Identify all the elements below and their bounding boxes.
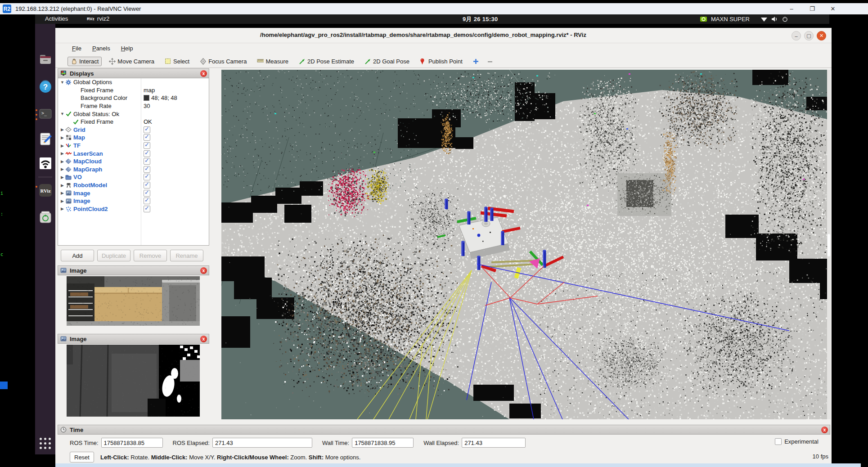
add-tool-button[interactable]	[472, 58, 479, 65]
expander-icon[interactable]: ▶	[60, 159, 65, 164]
enabled-checkbox[interactable]	[144, 182, 150, 189]
clock-icon	[60, 427, 67, 433]
row-value[interactable]: OK	[144, 118, 152, 125]
image-icon	[65, 190, 72, 196]
display-row-frame-rate[interactable]: Frame Rate30	[58, 102, 209, 110]
vnc-restore-button[interactable]: ❐	[802, 3, 823, 14]
time-panel-close-icon[interactable]: x	[821, 427, 828, 433]
display-row-tf[interactable]: ▶TF	[58, 142, 209, 150]
display-row-global-options[interactable]: ▼Global Options	[58, 78, 209, 86]
experimental-toggle[interactable]: Experimental	[775, 438, 819, 445]
dock-item-files[interactable]	[37, 52, 53, 67]
enabled-checkbox[interactable]	[144, 166, 150, 173]
image-panel-close-icon[interactable]: x	[200, 267, 207, 274]
display-row-background-color[interactable]: Background Color48; 48; 48	[58, 94, 209, 102]
menu-file[interactable]: File	[67, 43, 87, 54]
time-field-input-wall-time-[interactable]	[352, 438, 414, 448]
dock-item-text-editor[interactable]	[37, 131, 53, 147]
expander-icon[interactable]: ▶	[60, 127, 65, 132]
running-indicator-dot	[36, 118, 37, 120]
enabled-checkbox[interactable]	[144, 126, 150, 133]
display-row-robotmodel[interactable]: ▶RobotModel	[58, 181, 209, 189]
expander-icon[interactable]: ▼	[60, 80, 65, 85]
window-bottom-edge	[55, 463, 861, 467]
row-value[interactable]: 48; 48; 48	[144, 94, 177, 101]
rviz-minimize-button[interactable]: –	[792, 31, 801, 40]
3d-viewport[interactable]	[221, 70, 827, 419]
menu-panels[interactable]: Panels	[87, 43, 116, 54]
display-row-mapcloud[interactable]: ▶MapCloud	[58, 157, 209, 166]
time-fields: ROS Time:ROS Elapsed:Wall Time:Wall Elap…	[58, 435, 830, 451]
display-row-image[interactable]: ▶Image	[58, 189, 209, 197]
tool-publish-point[interactable]: Publish Point	[417, 57, 466, 66]
time-field-input-ros-time-[interactable]	[101, 438, 163, 448]
experimental-checkbox[interactable]	[775, 438, 782, 445]
dock-item-trash[interactable]	[37, 209, 53, 225]
rviz-maximize-button[interactable]: ▢	[804, 31, 814, 40]
reset-button[interactable]: Reset	[70, 452, 94, 463]
dock-item-help[interactable]: ?	[37, 79, 53, 94]
row-label: MapCloud	[73, 158, 102, 165]
dock-item-terminal[interactable]: >_	[37, 106, 53, 121]
display-row-map[interactable]: ▶Map	[58, 134, 209, 142]
tool-2d-pose-estimate[interactable]: 2D Pose Estimate	[296, 57, 357, 66]
expander-icon[interactable]: ▶	[60, 183, 65, 188]
tool-2d-goal-pose[interactable]: 2D Goal Pose	[361, 57, 413, 66]
menu-help[interactable]: Help	[116, 43, 139, 54]
display-row-mapgraph[interactable]: ▶MapGraph	[58, 166, 209, 174]
display-row-image[interactable]: ▶Image	[58, 197, 209, 205]
display-row-laserscan[interactable]: ▶LaserScan	[58, 149, 209, 157]
displays-close-icon[interactable]: x	[200, 70, 207, 77]
image-panel-close-icon[interactable]: x	[200, 336, 207, 342]
expander-icon[interactable]: ▶	[60, 144, 65, 148]
dock-item-wifi-analyzer[interactable]	[37, 155, 53, 171]
tool-select[interactable]: Select	[162, 57, 193, 66]
tool-measure[interactable]: Measure	[254, 57, 292, 66]
expander-icon[interactable]: ▶	[60, 199, 65, 203]
enabled-checkbox[interactable]	[144, 190, 150, 197]
expander-icon[interactable]: ▶	[60, 151, 65, 156]
more-tools-button[interactable]	[487, 58, 493, 65]
tool-focus-camera[interactable]: Focus Camera	[197, 57, 250, 66]
background-terminal-text: i	[0, 191, 3, 196]
show-applications-button[interactable]	[40, 438, 51, 449]
enabled-checkbox[interactable]	[144, 174, 150, 180]
enabled-checkbox[interactable]	[144, 198, 150, 204]
display-row-pointcloud2[interactable]: ▶PointCloud2	[58, 205, 209, 213]
expander-icon[interactable]: ▼	[60, 112, 65, 116]
rviz-close-button[interactable]: ✕	[817, 31, 826, 40]
enabled-checkbox[interactable]	[144, 142, 150, 149]
expander-icon[interactable]: ▶	[60, 167, 65, 171]
display-row-grid[interactable]: ▶Grid	[58, 126, 209, 134]
tool-interact[interactable]: Interact	[67, 57, 102, 66]
time-field-input-ros-elapsed-[interactable]	[212, 438, 312, 448]
system-status-area[interactable]: MAXN SUPER	[700, 14, 788, 24]
activities-button[interactable]: Activities	[45, 15, 68, 22]
enabled-checkbox[interactable]	[144, 134, 150, 141]
focused-app-menu[interactable]: RVz rviz2	[87, 15, 109, 22]
add-button[interactable]: Add	[61, 250, 94, 261]
enabled-checkbox[interactable]	[144, 150, 150, 157]
row-value[interactable]: map	[144, 87, 155, 94]
vnc-minimize-button[interactable]: –	[781, 3, 802, 14]
expander-icon[interactable]: ▶	[60, 207, 65, 211]
pointcloud-icon	[65, 206, 72, 212]
scrollbar-handle[interactable]	[828, 234, 830, 256]
vnc-close-button[interactable]: ✕	[823, 3, 843, 14]
display-row-global-status-ok[interactable]: ▼Global Status: Ok	[58, 110, 209, 118]
time-field-input-wall-elapsed-[interactable]	[462, 438, 526, 448]
tool-move-camera[interactable]: Move Camera	[106, 57, 157, 66]
clock[interactable]: 9月 26 15:30	[463, 15, 498, 23]
viewport-scrollbar[interactable]	[827, 70, 831, 419]
display-row-vo[interactable]: ▶VO	[58, 173, 209, 181]
row-label: Grid	[73, 126, 85, 133]
expander-icon[interactable]: ▶	[60, 135, 65, 140]
display-row-fixed-frame[interactable]: Fixed Framemap	[58, 86, 209, 94]
dock-item-rviz[interactable]: RViz	[37, 182, 53, 198]
row-value[interactable]: 30	[144, 103, 150, 109]
display-row-fixed-frame[interactable]: Fixed FrameOK	[58, 118, 209, 126]
expander-icon[interactable]: ▶	[60, 191, 65, 195]
enabled-checkbox[interactable]	[144, 206, 150, 212]
expander-icon[interactable]: ▶	[60, 175, 65, 180]
enabled-checkbox[interactable]	[144, 158, 150, 165]
